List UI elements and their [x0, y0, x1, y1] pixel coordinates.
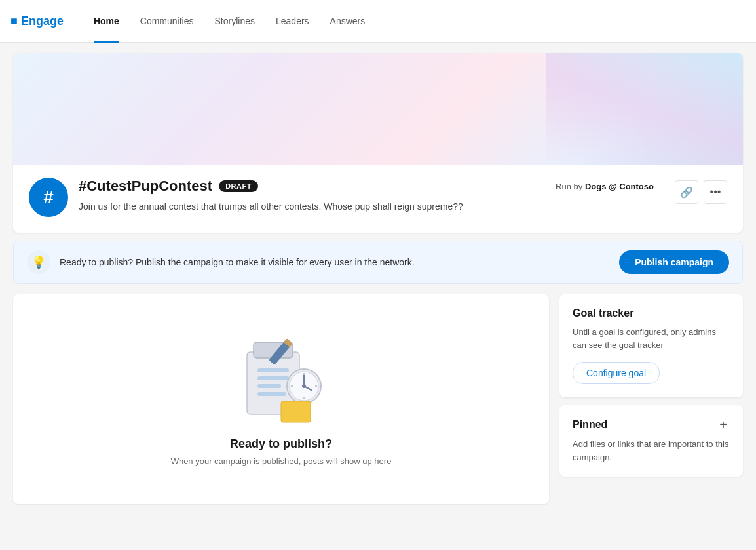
- brand-name: Engage: [21, 14, 64, 28]
- brand-icon: ■: [10, 14, 18, 28]
- posts-empty-subtitle: When your campaign is published, posts w…: [171, 456, 392, 466]
- nav-storylines[interactable]: Storylines: [206, 0, 264, 43]
- avatar-char: #: [43, 187, 54, 208]
- campaign-title-row: #CutestPupContest DRAFT Run by Dogs @ Co…: [79, 178, 654, 195]
- pinned-add-button[interactable]: +: [717, 418, 730, 431]
- posts-empty-title: Ready to publish?: [230, 437, 332, 451]
- svg-rect-2: [257, 368, 289, 372]
- publish-banner-text: Ready to publish? Publish the campaign t…: [60, 257, 610, 267]
- more-button[interactable]: •••: [704, 180, 727, 204]
- goal-tracker-desc: Until a goal is configured, only admins …: [573, 326, 730, 351]
- more-icon: •••: [710, 186, 721, 198]
- campaign-banner: [13, 53, 743, 165]
- campaign-avatar: #: [29, 178, 68, 217]
- publish-banner-icon: 💡: [27, 250, 50, 274]
- brand-logo: ■ Engage: [10, 14, 64, 28]
- nav-links: Home Communities Storylines Leaders Answ…: [85, 0, 374, 43]
- campaign-actions: 🔗 •••: [675, 178, 727, 204]
- pinned-header: Pinned +: [573, 418, 730, 431]
- svg-rect-5: [257, 392, 286, 396]
- posts-area: Ready to publish? When your campaign is …: [13, 294, 549, 504]
- pinned-title: Pinned: [573, 419, 607, 431]
- main-content: # #CutestPupContest DRAFT Run by Dogs @ …: [0, 43, 756, 515]
- goal-tracker-card: Goal tracker Until a goal is configured,…: [559, 294, 743, 397]
- run-by-prefix: Run by: [556, 182, 582, 191]
- svg-point-13: [302, 384, 306, 388]
- campaign-description: Join us for the annual contest that trum…: [79, 200, 654, 214]
- nav-leaders[interactable]: Leaders: [267, 0, 318, 43]
- link-icon: 🔗: [680, 186, 693, 199]
- empty-illustration: [229, 332, 333, 424]
- nav-home[interactable]: Home: [85, 0, 128, 43]
- configure-goal-button[interactable]: Configure goal: [573, 362, 660, 384]
- svg-rect-18: [281, 401, 311, 422]
- publish-banner: 💡 Ready to publish? Publish the campaign…: [13, 241, 743, 284]
- campaign-info: # #CutestPupContest DRAFT Run by Dogs @ …: [13, 165, 743, 233]
- svg-rect-4: [257, 384, 281, 388]
- draft-badge: DRAFT: [219, 180, 258, 192]
- goal-tracker-title: Goal tracker: [573, 307, 730, 319]
- campaign-card: # #CutestPupContest DRAFT Run by Dogs @ …: [13, 53, 743, 233]
- run-by-name: Dogs @ Contoso: [585, 182, 654, 191]
- nav-answers[interactable]: Answers: [321, 0, 375, 43]
- pinned-description: Add files or links that are important to…: [573, 438, 730, 463]
- campaign-details: #CutestPupContest DRAFT Run by Dogs @ Co…: [79, 178, 654, 214]
- publish-campaign-button[interactable]: Publish campaign: [619, 250, 729, 274]
- pinned-card: Pinned + Add files or links that are imp…: [559, 405, 743, 477]
- nav-communities[interactable]: Communities: [131, 0, 203, 43]
- svg-rect-3: [257, 376, 289, 380]
- lightbulb-icon: 💡: [31, 255, 46, 269]
- sidebar: Goal tracker Until a goal is configured,…: [559, 294, 743, 477]
- nav-bar: ■ Engage Home Communities Storylines Lea…: [0, 0, 756, 43]
- link-button[interactable]: 🔗: [675, 180, 698, 204]
- run-by: Run by Dogs @ Contoso: [556, 182, 654, 191]
- bottom-section: Ready to publish? When your campaign is …: [13, 294, 743, 504]
- campaign-title: #CutestPupContest: [79, 178, 212, 195]
